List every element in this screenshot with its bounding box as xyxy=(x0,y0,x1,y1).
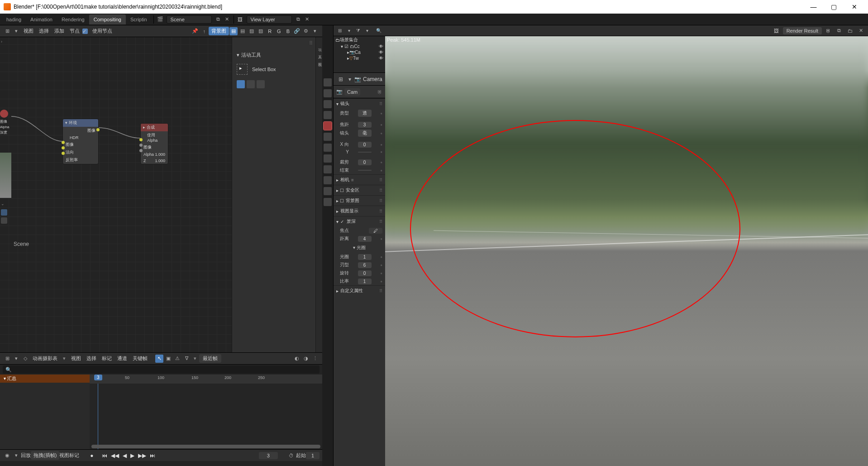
scene-collection-row[interactable]: 🗀 场景集合 xyxy=(334,36,385,43)
playback-menu[interactable]: 回放 xyxy=(21,452,31,459)
pass2-icon[interactable]: ▤ xyxy=(238,27,247,35)
mode-label[interactable]: 动画摄影表 xyxy=(30,355,60,362)
start-frame-input[interactable]: 1 xyxy=(306,452,320,459)
environment-node[interactable]: ▾ 环境 图像 HDR 图像 法向 反照率 xyxy=(62,119,99,164)
delete-layer-icon[interactable]: ✕ xyxy=(303,15,311,24)
filter-icon[interactable]: ⧩ xyxy=(354,27,362,35)
camera-panel-header[interactable]: ▸ 相机 ≡⠿ xyxy=(334,174,385,185)
tab-shading[interactable]: hading xyxy=(2,17,26,22)
hdr-checkbox[interactable] xyxy=(66,136,70,140)
chevron-down-icon[interactable]: ▾ xyxy=(311,27,319,35)
copy-layer-icon[interactable]: ⧉ xyxy=(294,15,302,24)
render-result-slot[interactable]: Render Result xyxy=(783,27,822,34)
viewlayer-selector[interactable]: View Layer xyxy=(247,15,292,24)
summary-row[interactable]: ▾ 汇总 xyxy=(0,375,90,383)
select-mode-2-icon[interactable] xyxy=(247,80,255,88)
cursor-icon[interactable]: ↖ xyxy=(155,355,163,363)
gear-icon[interactable]: ⚙ xyxy=(302,27,310,35)
socket-out[interactable] xyxy=(96,128,100,131)
menu-key[interactable]: 关键帧 xyxy=(130,355,150,362)
outliner-type-icon[interactable]: ⊞ xyxy=(336,27,344,35)
timer-icon[interactable]: ⏱ xyxy=(287,452,296,460)
copy-icon[interactable]: ⧉ xyxy=(214,15,222,24)
marker-menu[interactable]: 标记 xyxy=(69,452,79,459)
link-icon[interactable]: 🔗 xyxy=(293,27,301,35)
playhead[interactable] xyxy=(98,384,98,449)
dof-panel-header[interactable]: ▾ ✓景深⠿ xyxy=(334,216,385,226)
tab-scene-icon[interactable] xyxy=(324,100,332,108)
btn-b[interactable]: ◑ xyxy=(302,355,310,363)
camera-obj-row[interactable]: ▸ 📷 Ca 👁 xyxy=(334,49,385,55)
data-name[interactable]: Cam xyxy=(344,88,360,96)
pass3-icon[interactable]: ▨ xyxy=(248,27,256,35)
auto-key-icon[interactable]: ● xyxy=(88,452,95,459)
delete-scene-icon[interactable]: ✕ xyxy=(223,15,231,24)
btn-r[interactable]: R xyxy=(265,29,274,34)
icon-a[interactable] xyxy=(1,209,7,216)
pin-icon[interactable]: 📌 xyxy=(191,27,199,35)
focal-length[interactable]: 3 xyxy=(358,122,372,128)
chevron-icon[interactable]: ⌄ xyxy=(1,202,5,206)
box-sel-icon[interactable]: ▣ xyxy=(164,355,172,363)
copy-icon[interactable]: ⧉ xyxy=(835,27,843,35)
tab-particle-icon[interactable] xyxy=(324,144,332,152)
jump-end-icon[interactable]: ⏭ xyxy=(148,452,157,459)
editor-type-icon[interactable]: ⊞ xyxy=(3,27,11,35)
clip-end[interactable] xyxy=(358,170,372,171)
play-fwd-icon[interactable]: ▶ xyxy=(129,452,136,459)
tab-modifier-icon[interactable] xyxy=(324,133,332,141)
menu-add[interactable]: 添加 xyxy=(52,28,67,34)
jump-start-icon[interactable]: ⏮ xyxy=(100,452,109,459)
minimize-button[interactable]: — xyxy=(803,0,824,14)
lens-panel-header[interactable]: ▾ 镜头⠿ xyxy=(334,98,385,109)
focus-distance[interactable]: 4 xyxy=(358,236,372,242)
socket-in-2[interactable] xyxy=(62,146,65,149)
image-icon[interactable]: 🖼 xyxy=(773,27,781,35)
dof-checkbox[interactable]: ✓ xyxy=(340,219,345,224)
chevron-right-icon[interactable]: › xyxy=(1,39,2,44)
close-button[interactable]: ✕ xyxy=(844,0,864,14)
editor-type-icon[interactable]: ⊞ xyxy=(3,355,11,363)
folder-icon[interactable]: 🗀 xyxy=(846,27,854,35)
dropdown-icon[interactable]: ▾ xyxy=(12,355,20,363)
channel-search[interactable]: 🔍 xyxy=(3,365,320,374)
composite-node[interactable]: ▸ 合成 使用 Alpha 图像 Alpha1.000 Z1.000 xyxy=(140,123,168,164)
safe-panel-header[interactable]: ▸ ☐ 安全区⠿ xyxy=(334,185,385,195)
pass4-icon[interactable]: ▨ xyxy=(257,27,265,35)
tab-sp2-icon[interactable] xyxy=(324,198,332,206)
rotation[interactable]: 0 xyxy=(358,270,372,276)
focus-object[interactable]: 🖊 xyxy=(369,228,382,234)
play-rev-icon[interactable]: ◀ xyxy=(121,452,129,459)
shift-x[interactable]: 0 xyxy=(358,142,372,148)
socket-in-z[interactable] xyxy=(139,149,143,152)
menu-view[interactable]: 视图 xyxy=(21,28,36,34)
ratio[interactable]: 1 xyxy=(358,279,372,284)
tab-animation[interactable]: Animation xyxy=(26,17,57,22)
lens-unit[interactable]: 毫 xyxy=(358,130,372,137)
btn-g[interactable]: G xyxy=(274,29,284,34)
btn-c[interactable]: ⋮ xyxy=(311,355,319,363)
shield-icon[interactable]: ⛨ xyxy=(377,89,382,95)
tab-world-icon[interactable] xyxy=(324,111,332,119)
next-key-icon[interactable]: ▶▶ xyxy=(136,452,148,459)
view-menu[interactable]: 视图 xyxy=(59,452,69,459)
pass1-icon[interactable]: ▤ xyxy=(229,27,238,35)
mode-icon[interactable]: ◇ xyxy=(21,355,29,363)
scrollbar[interactable] xyxy=(91,445,320,448)
custom-panel-header[interactable]: ▸ 自定义属性⠿ xyxy=(334,285,385,296)
current-frame-input[interactable]: 3 xyxy=(259,452,278,459)
clip-start[interactable]: 0 xyxy=(358,159,372,165)
socket-in-img[interactable] xyxy=(139,138,143,141)
socket-in-1[interactable] xyxy=(62,141,65,144)
menu-select[interactable]: 选择 xyxy=(36,28,52,34)
socket-in-3[interactable] xyxy=(62,152,65,155)
compositor-editor[interactable]: › 图像 Alpha 深度 ⌄ ▾ 环境 图像 HDR 图像 xyxy=(0,37,322,352)
use-alpha-checkbox[interactable] xyxy=(143,135,147,139)
warn-icon[interactable]: ⚠ xyxy=(173,355,181,363)
fstop[interactable]: 1 xyxy=(358,254,372,260)
tab-rendering[interactable]: Rendering xyxy=(57,17,89,22)
socket-in-alpha[interactable] xyxy=(139,144,143,147)
collection-row[interactable]: ▾ ☑ 🗀 Cc 👁 xyxy=(334,43,385,49)
select-mode-1-icon[interactable] xyxy=(237,80,245,88)
maximize-button[interactable]: ▢ xyxy=(824,0,844,14)
